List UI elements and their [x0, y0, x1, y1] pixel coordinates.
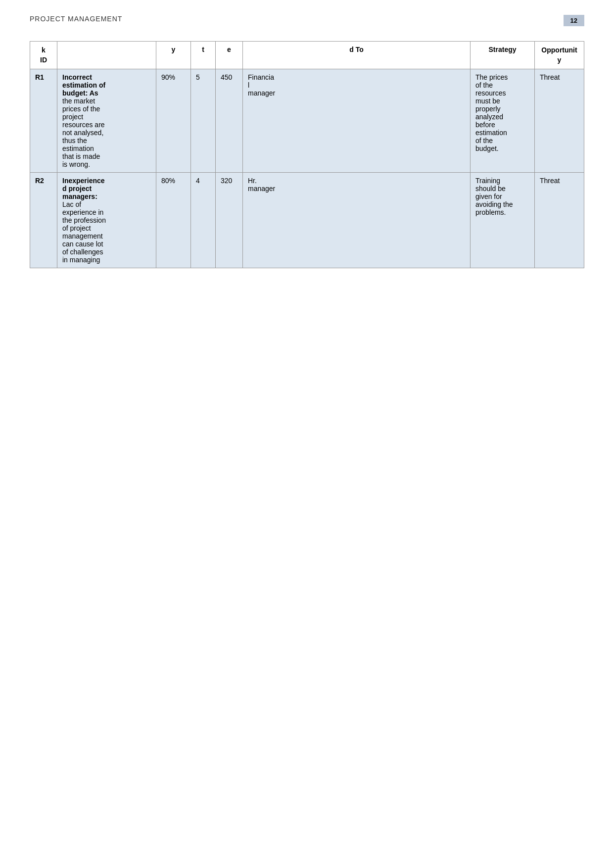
col-header-opp: Opportunit y [535, 42, 584, 69]
page-title: PROJECT MANAGEMENT [30, 15, 122, 23]
cell-risk: Inexperienced projectmanagers:Lac ofexpe… [57, 173, 156, 268]
cell-probability: 90% [156, 69, 191, 173]
col-header-score: e [216, 42, 243, 69]
col-header-k: k ID [30, 42, 57, 69]
cell-assigned: Hr.manager [243, 173, 471, 268]
cell-probability: 80% [156, 173, 191, 268]
cell-opportunity: Threat [535, 173, 584, 268]
col-header-prob: y [156, 42, 191, 69]
cell-risk: Incorrectestimation ofbudget: Asthe mark… [57, 69, 156, 173]
cell-score: 450 [216, 69, 243, 173]
col-header-strategy: Strategy [471, 42, 535, 69]
cell-score: 320 [216, 173, 243, 268]
cell-impact: 5 [191, 69, 216, 173]
col-header-risk [57, 42, 156, 69]
cell-opportunity: Threat [535, 69, 584, 173]
page-header: PROJECT MANAGEMENT 12 [30, 15, 584, 26]
cell-assigned: Financialmanager [243, 69, 471, 173]
table-row: R1Incorrectestimation ofbudget: Asthe ma… [30, 69, 584, 173]
cell-strategy: Trainingshould begiven foravoiding thepr… [471, 173, 535, 268]
table-row: R2Inexperienced projectmanagers:Lac ofex… [30, 173, 584, 268]
col-header-impact: t [191, 42, 216, 69]
page-number: 12 [564, 15, 584, 26]
risk-table: k ID y t e d To Strategy Opportunit y [30, 41, 584, 268]
table-body: R1Incorrectestimation ofbudget: Asthe ma… [30, 69, 584, 268]
cell-id: R2 [30, 173, 57, 268]
table-header-row: k ID y t e d To Strategy Opportunit y [30, 42, 584, 69]
cell-strategy: The pricesof theresourcesmust beproperly… [471, 69, 535, 173]
col-header-assigned: d To [243, 42, 471, 69]
cell-impact: 4 [191, 173, 216, 268]
cell-id: R1 [30, 69, 57, 173]
